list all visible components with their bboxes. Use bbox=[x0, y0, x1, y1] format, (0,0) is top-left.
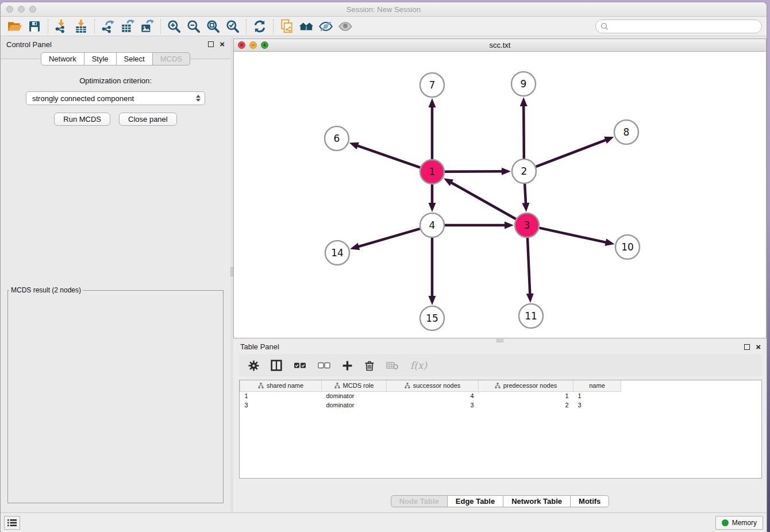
export-image-icon bbox=[140, 19, 155, 34]
tab-edge-table[interactable]: Edge Table bbox=[447, 495, 503, 507]
zoom-out-button[interactable] bbox=[184, 18, 203, 35]
svg-text:11: 11 bbox=[525, 310, 537, 322]
horizontal-splitter-grip[interactable] bbox=[496, 339, 503, 342]
close-panel-icon[interactable]: × bbox=[220, 41, 225, 47]
table-cell[interactable]: dominator bbox=[322, 391, 387, 400]
run-mcds-button[interactable]: Run MCDS bbox=[54, 113, 110, 126]
graph-node-9[interactable]: 9 bbox=[511, 72, 536, 96]
show-all-button[interactable] bbox=[336, 18, 355, 35]
float-panel-icon[interactable] bbox=[208, 41, 214, 47]
graph-edge-3-1[interactable] bbox=[450, 182, 515, 219]
import-network-button[interactable] bbox=[52, 18, 71, 35]
save-session-button[interactable] bbox=[25, 18, 44, 35]
deselect-all-button[interactable] bbox=[318, 361, 330, 369]
criterion-value: strongly connected component bbox=[32, 94, 134, 103]
tab-select[interactable]: Select bbox=[116, 52, 153, 65]
graph-edge-1-6[interactable] bbox=[356, 145, 420, 168]
graph-edge-2-3[interactable] bbox=[525, 184, 526, 205]
first-neighbors-button[interactable] bbox=[297, 18, 316, 35]
node-table[interactable]: shared nameMCDS rolesuccessor nodesprede… bbox=[239, 380, 762, 479]
table-cell[interactable]: 3 bbox=[387, 400, 479, 410]
graph-node-2[interactable]: 2 bbox=[512, 159, 536, 183]
column-header-predecessor-nodes[interactable]: predecessor nodes bbox=[479, 380, 573, 391]
zoom-fit-button[interactable] bbox=[203, 18, 223, 35]
table-cell[interactable]: dominator bbox=[322, 400, 387, 410]
column-header-mcds-role[interactable]: MCDS role bbox=[322, 380, 387, 391]
select-stepper-icon bbox=[196, 95, 201, 102]
open-session-button[interactable] bbox=[5, 18, 25, 35]
zoom-selected-button[interactable] bbox=[223, 18, 242, 35]
apply-layout-button[interactable] bbox=[250, 18, 270, 35]
graph-edge-4-14[interactable] bbox=[357, 229, 420, 247]
toolbar-separator bbox=[48, 19, 48, 34]
export-network-button[interactable] bbox=[98, 18, 118, 35]
export-table-icon bbox=[120, 19, 135, 34]
criterion-select[interactable]: strongly connected component bbox=[26, 91, 205, 105]
column-header-shared-name[interactable]: shared name bbox=[240, 380, 322, 391]
graph-node-3[interactable]: 3 bbox=[515, 213, 539, 237]
memory-button[interactable]: Memory bbox=[715, 516, 763, 530]
table-cell[interactable]: 1 bbox=[573, 391, 621, 400]
tab-network[interactable]: Network bbox=[41, 52, 84, 65]
network-canvas[interactable]: 7968124314101511 bbox=[234, 52, 766, 338]
svg-text:14: 14 bbox=[331, 247, 344, 259]
table-row[interactable]: 3dominator323 bbox=[240, 400, 621, 410]
graph-node-1[interactable]: 1 bbox=[420, 160, 444, 184]
duplicate-network-button[interactable] bbox=[277, 18, 297, 35]
splitter-grip[interactable] bbox=[230, 267, 233, 276]
add-row-button[interactable] bbox=[342, 360, 353, 371]
hide-selected-button[interactable] bbox=[316, 18, 336, 35]
graph-edge-1-2[interactable] bbox=[445, 171, 503, 172]
tab-node-table[interactable]: Node Table bbox=[391, 495, 448, 507]
tab-network-table[interactable]: Network Table bbox=[503, 495, 571, 507]
control-panel-tabs: NetworkStyleSelectMCDS bbox=[1, 52, 230, 65]
desktop: Session: New Session bbox=[0, 0, 770, 532]
table-cell[interactable]: 2 bbox=[479, 400, 573, 410]
delete-row-button[interactable] bbox=[364, 360, 375, 371]
svg-text:2: 2 bbox=[521, 165, 528, 177]
houses-icon bbox=[298, 19, 315, 34]
export-table-button[interactable] bbox=[118, 18, 137, 35]
graph-node-11[interactable]: 11 bbox=[519, 304, 543, 328]
graph-node-7[interactable]: 7 bbox=[420, 73, 444, 97]
function-builder-button[interactable]: f(x) bbox=[410, 360, 427, 371]
import-table-button[interactable] bbox=[71, 18, 91, 35]
table-settings-button[interactable] bbox=[248, 360, 259, 371]
graph-node-6[interactable]: 6 bbox=[325, 126, 349, 151]
float-table-panel-icon[interactable] bbox=[744, 344, 750, 350]
table-cell[interactable]: 3 bbox=[240, 400, 322, 410]
graph-edge-3-10[interactable] bbox=[539, 228, 607, 243]
graph-node-4[interactable]: 4 bbox=[420, 213, 444, 237]
delete-table-button[interactable] bbox=[386, 361, 399, 370]
graph-edge-2-9[interactable] bbox=[523, 105, 524, 159]
tab-style[interactable]: Style bbox=[84, 52, 117, 65]
table-cell[interactable]: 1 bbox=[479, 391, 573, 400]
graph-edge-2-8[interactable] bbox=[536, 140, 607, 167]
graph-edge-3-11[interactable] bbox=[528, 238, 530, 295]
tab-motifs[interactable]: Motifs bbox=[570, 495, 609, 507]
network-graph[interactable]: 7968124314101511 bbox=[234, 52, 767, 338]
export-image-button[interactable] bbox=[137, 18, 157, 35]
svg-text:4: 4 bbox=[429, 219, 436, 231]
search-input[interactable] bbox=[609, 22, 757, 30]
graph-node-8[interactable]: 8 bbox=[614, 120, 638, 144]
task-history-button[interactable] bbox=[4, 516, 20, 530]
zoom-in-button[interactable] bbox=[164, 18, 184, 35]
table-cell[interactable]: 3 bbox=[573, 400, 621, 410]
hierarchy-icon bbox=[405, 383, 410, 388]
close-panel-button[interactable]: Close panel bbox=[119, 113, 177, 126]
close-table-panel-icon[interactable]: × bbox=[756, 344, 761, 350]
table-cell[interactable]: 1 bbox=[240, 391, 322, 400]
toggle-columns-button[interactable] bbox=[271, 360, 282, 371]
table-row[interactable]: 1dominator411 bbox=[240, 391, 621, 400]
column-header-name[interactable]: name bbox=[573, 380, 621, 391]
column-header-successor-nodes[interactable]: successor nodes bbox=[387, 380, 479, 391]
tab-mcds[interactable]: MCDS bbox=[152, 52, 190, 65]
table-cell[interactable]: 4 bbox=[387, 391, 479, 400]
graph-node-14[interactable]: 14 bbox=[325, 241, 349, 265]
graph-node-10[interactable]: 10 bbox=[615, 235, 640, 259]
search-box[interactable] bbox=[595, 20, 762, 33]
graph-node-15[interactable]: 15 bbox=[420, 306, 444, 330]
optimization-criterion-label: Optimization criterion: bbox=[1, 76, 230, 85]
select-all-button[interactable] bbox=[294, 361, 306, 369]
